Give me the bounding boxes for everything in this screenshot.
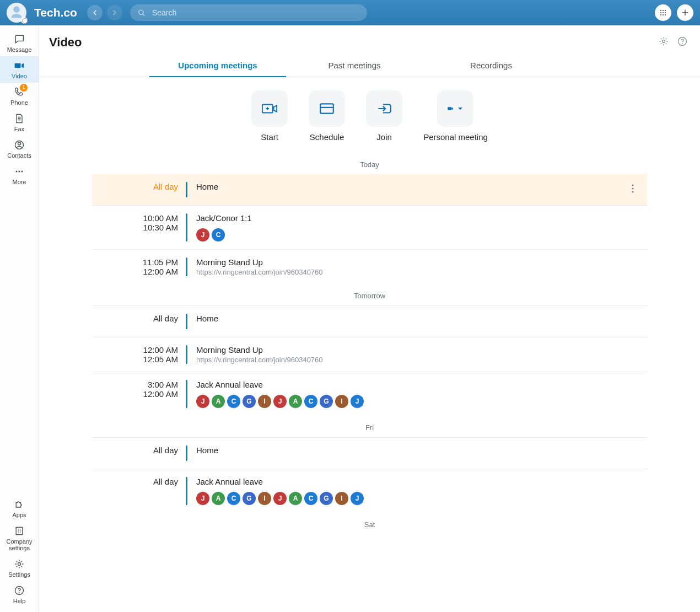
meeting-time: All day: [92, 477, 186, 486]
video-help-button[interactable]: [677, 36, 688, 49]
tab-upcoming[interactable]: Upcoming meetings: [149, 55, 286, 77]
new-button[interactable]: [677, 4, 693, 21]
search-box[interactable]: [130, 4, 367, 21]
action-start[interactable]: Start: [251, 90, 288, 142]
attendee-chip: J: [196, 492, 209, 505]
search-input[interactable]: [151, 8, 359, 18]
top-bar: Tech.co: [0, 0, 700, 25]
attendee-chip: A: [212, 492, 225, 505]
svg-point-2: [665, 10, 666, 11]
svg-point-4: [663, 12, 664, 13]
sidebar-item-more[interactable]: More: [0, 162, 39, 189]
quick-actions: Start Schedule Join Personal meeting: [39, 77, 700, 153]
meeting-accent-bar: [186, 213, 187, 241]
join-icon: [376, 101, 392, 116]
sidebar-item-video[interactable]: Video: [0, 56, 39, 83]
brand-title: Tech.co: [34, 6, 77, 19]
chevron-right-icon: [111, 9, 119, 17]
svg-point-27: [632, 191, 633, 192]
svg-point-13: [21, 171, 23, 173]
building-icon: [14, 525, 25, 536]
dialpad-button[interactable]: [655, 4, 671, 21]
attendee-chip: G: [243, 395, 256, 408]
sidebar-item-label: Company settings: [0, 538, 39, 551]
meeting-title: Home: [196, 182, 636, 191]
meeting-time: 11:05 PM12:00 AM: [92, 257, 186, 276]
svg-point-5: [665, 12, 666, 13]
meeting-row[interactable]: All dayHome: [92, 174, 647, 205]
day-label: Tomorrow: [39, 284, 700, 305]
sidebar-item-message[interactable]: Message: [0, 30, 39, 56]
meeting-time: All day: [92, 314, 186, 323]
sidebar-item-help[interactable]: Help: [0, 581, 39, 608]
sidebar-item-label: More: [12, 179, 26, 185]
svg-point-3: [660, 12, 661, 13]
day-label: Today: [39, 153, 700, 174]
action-personal-meeting[interactable]: Personal meeting: [423, 90, 488, 142]
action-schedule[interactable]: Schedule: [309, 90, 345, 142]
svg-point-12: [19, 171, 20, 173]
svg-point-6: [660, 14, 661, 15]
action-join[interactable]: Join: [366, 90, 402, 142]
attendee-chip: I: [335, 395, 348, 408]
svg-rect-14: [16, 527, 23, 534]
sidebar-item-label: Phone: [10, 99, 28, 106]
meeting-link: https://v.ringcentral.com/join/960340760: [196, 268, 636, 276]
sidebar-item-settings[interactable]: Settings: [0, 555, 39, 581]
video-settings-button[interactable]: [658, 36, 669, 49]
sidebar-item-apps[interactable]: Apps: [0, 495, 39, 522]
meeting-time: 10:00 AM10:30 AM: [92, 213, 186, 232]
meeting-row[interactable]: 10:00 AM10:30 AMJack/Conor 1:1JC: [92, 205, 647, 249]
attendee-chip: J: [351, 395, 364, 408]
meeting-row[interactable]: 3:00 AM12:00 AMJack Annual leaveJACGIJAC…: [92, 372, 647, 416]
start-video-icon: [261, 101, 278, 116]
sidebar-item-label: Message: [7, 46, 32, 53]
nav-forward-button[interactable]: [107, 5, 122, 20]
meeting-accent-bar: [186, 345, 187, 364]
meeting-time: 3:00 AM12:00 AM: [92, 380, 186, 399]
help-icon: [677, 36, 688, 47]
attendee-chip: C: [304, 492, 317, 505]
attendee-chip: J: [273, 395, 287, 408]
attendee-chip: G: [320, 492, 333, 505]
svg-point-7: [663, 14, 664, 15]
attendee-chip: C: [304, 395, 317, 408]
sidebar-item-label: Fax: [14, 126, 24, 132]
meeting-row[interactable]: 12:00 AM12:05 AMMorning Stand Uphttps://…: [92, 337, 647, 372]
meeting-accent-bar: [186, 477, 187, 505]
sidebar-item-phone[interactable]: 1 Phone: [0, 83, 39, 109]
action-label: Start: [261, 132, 278, 142]
svg-point-15: [18, 563, 21, 566]
meeting-row[interactable]: All dayJack Annual leaveJACGIJACGIJ: [92, 469, 647, 513]
meeting-time: All day: [92, 445, 186, 455]
profile-avatar[interactable]: [7, 3, 26, 23]
attendee-chip: A: [289, 492, 302, 505]
page-title: Video: [49, 35, 82, 50]
meeting-menu-button[interactable]: [632, 184, 634, 195]
nav-back-button[interactable]: [87, 5, 103, 20]
attendee-chips: JACGIJACGIJ: [196, 492, 636, 505]
tab-recordings[interactable]: Recordings: [423, 55, 559, 77]
svg-point-8: [665, 14, 666, 15]
meeting-title: Jack Annual leave: [196, 477, 636, 486]
sidebar-item-contacts[interactable]: Contacts: [0, 136, 39, 162]
contacts-icon: [14, 139, 25, 151]
svg-point-1: [663, 10, 664, 11]
tab-past[interactable]: Past meetings: [286, 55, 423, 77]
sidebar-item-label: Contacts: [7, 152, 31, 159]
chevron-left-icon: [91, 9, 99, 17]
meeting-link: https://v.ringcentral.com/join/960340760: [196, 356, 636, 364]
calendar-icon: [319, 101, 335, 116]
attendee-chip: I: [258, 395, 271, 408]
meeting-row[interactable]: All dayHome: [92, 437, 647, 469]
sidebar-item-label: Video: [12, 73, 27, 79]
meeting-title: Morning Stand Up: [196, 345, 636, 355]
sidebar-item-company[interactable]: Company settings: [0, 522, 39, 555]
main-content: Video Upcoming meetings Past meetings Re…: [39, 25, 700, 612]
sidebar-item-fax[interactable]: Fax: [0, 109, 39, 136]
meeting-accent-bar: [186, 380, 187, 408]
meeting-row[interactable]: All dayHome: [92, 305, 647, 337]
meeting-row[interactable]: 11:05 PM12:00 AMMorning Stand Uphttps://…: [92, 249, 647, 284]
svg-point-24: [450, 108, 450, 109]
personal-meeting-icon: [448, 106, 453, 111]
